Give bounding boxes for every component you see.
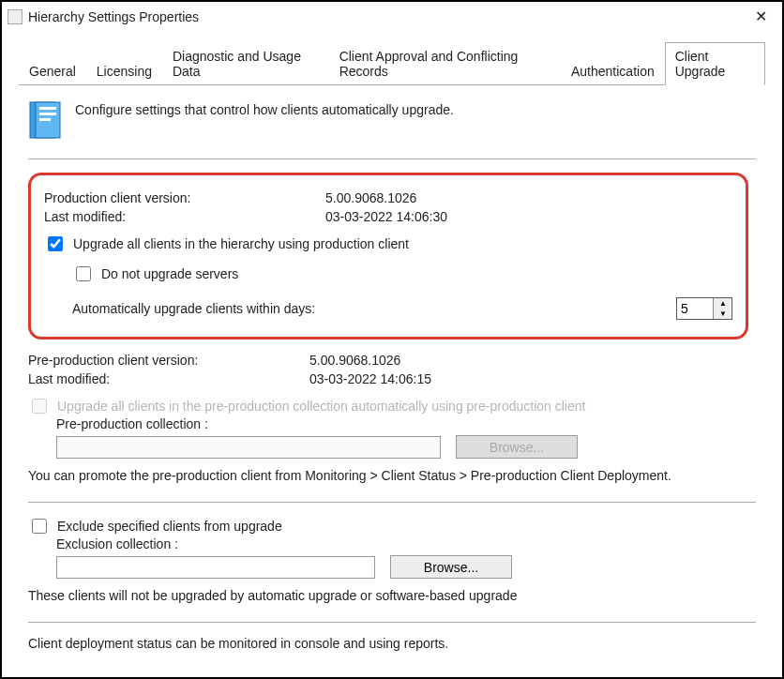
preprod-upgrade-row: Upgrade all clients in the pre-productio… <box>28 396 748 416</box>
days-stepper[interactable]: ▲ ▼ <box>676 297 732 320</box>
deployment-status-text: Client deployment status can be monitore… <box>28 636 748 651</box>
tab-description: Configure settings that control how clie… <box>75 98 454 117</box>
preprod-collection-input <box>56 436 441 459</box>
prod-modified-value: 03-03-2022 14:06:30 <box>325 209 447 224</box>
preprod-section: Pre-production client version: 5.00.9068… <box>28 353 748 483</box>
close-button[interactable]: ✕ <box>747 6 775 27</box>
exclude-checkbox[interactable] <box>32 519 47 534</box>
svg-rect-4 <box>39 118 51 121</box>
preprod-version-label: Pre-production client version: <box>28 353 309 368</box>
tab-body: Configure settings that control how clie… <box>19 85 765 651</box>
tab-client-upgrade[interactable]: Client Upgrade <box>665 42 765 85</box>
auto-days-label: Automatically upgrade clients within day… <box>72 301 315 316</box>
highlight-production: Production client version: 5.00.9068.102… <box>28 173 748 340</box>
preprod-version-value: 5.00.9068.1026 <box>309 353 400 368</box>
auto-days-row: Automatically upgrade clients within day… <box>72 297 732 320</box>
tab-licensing[interactable]: Licensing <box>86 57 162 85</box>
exclusion-browse-button[interactable]: Browse... <box>390 555 512 579</box>
tab-general[interactable]: General <box>19 57 86 85</box>
upgrade-all-label: Upgrade all clients in the hierarchy usi… <box>73 236 409 251</box>
tabs: General Licensing Diagnostic and Usage D… <box>19 42 765 85</box>
preprod-upgrade-checkbox <box>32 399 47 414</box>
prod-version-label: Production client version: <box>44 190 325 205</box>
exclusion-collection-input[interactable] <box>56 556 375 579</box>
no-servers-checkbox[interactable] <box>76 266 91 281</box>
divider-2 <box>28 502 756 503</box>
days-input[interactable] <box>677 299 713 318</box>
svg-rect-2 <box>39 107 56 110</box>
upgrade-all-row: Upgrade all clients in the hierarchy usi… <box>44 234 732 254</box>
footer-section: Client deployment status can be monitore… <box>28 636 748 651</box>
preprod-collection-row: Browse... <box>56 435 748 459</box>
titlebar: Hierarchy Settings Properties ✕ <box>2 2 782 31</box>
no-servers-row: Do not upgrade servers <box>72 264 732 284</box>
no-servers-label: Do not upgrade servers <box>101 266 238 281</box>
tab-authentication[interactable]: Authentication <box>561 57 665 85</box>
exclude-section: Exclude specified clients from upgrade E… <box>28 516 748 603</box>
tab-diagnostic[interactable]: Diagnostic and Usage Data <box>162 42 329 85</box>
preprod-browse-button: Browse... <box>456 435 578 459</box>
exclusion-collection-row: Browse... <box>56 555 748 579</box>
preprod-modified-value: 03-03-2022 14:06:15 <box>309 371 431 386</box>
days-up-button[interactable]: ▲ <box>714 298 731 309</box>
window-title: Hierarchy Settings Properties <box>28 9 199 24</box>
exclusion-collection-label: Exclusion collection : <box>56 536 748 551</box>
exclude-row: Exclude specified clients from upgrade <box>28 516 748 536</box>
svg-rect-3 <box>39 113 56 115</box>
divider-1 <box>28 158 756 159</box>
preprod-modified-label: Last modified: <box>28 371 309 386</box>
properties-icon <box>28 98 64 142</box>
prod-version-value: 5.00.9068.1026 <box>325 190 416 205</box>
prod-modified-label: Last modified: <box>44 209 325 224</box>
preprod-help-text: You can promote the pre-production clien… <box>28 468 748 483</box>
titlebar-left: Hierarchy Settings Properties <box>8 9 199 24</box>
app-icon <box>8 9 23 24</box>
preprod-collection-label: Pre-production collection : <box>56 416 748 431</box>
divider-3 <box>28 622 756 623</box>
preprod-upgrade-label: Upgrade all clients in the pre-productio… <box>57 399 585 414</box>
upgrade-all-checkbox[interactable] <box>48 236 63 251</box>
exclude-label: Exclude specified clients from upgrade <box>57 519 282 534</box>
header-row: Configure settings that control how clie… <box>28 98 756 142</box>
tab-approval[interactable]: Client Approval and Conflicting Records <box>329 42 561 85</box>
exclude-help-text: These clients will not be upgraded by au… <box>28 588 748 603</box>
days-down-button[interactable]: ▼ <box>714 309 731 319</box>
